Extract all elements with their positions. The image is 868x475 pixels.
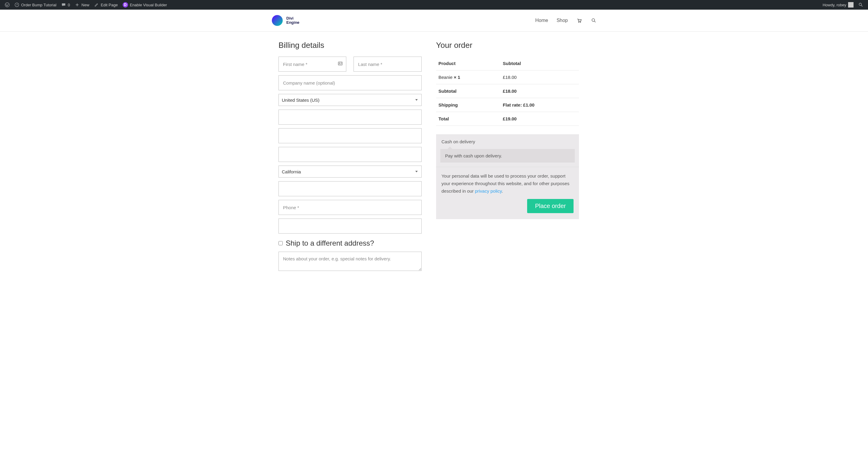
pencil-icon (94, 2, 99, 7)
site-name-menu[interactable]: Order Bump Tutorial (12, 0, 59, 10)
shipping-value: Flat rate: £1.00 (500, 98, 579, 112)
order-item-price: £18.00 (500, 70, 579, 84)
payment-method-description: Pay with cash upon delivery. (440, 149, 575, 163)
product-header: Product (436, 57, 501, 70)
company-name-field[interactable] (278, 75, 422, 90)
svg-point-8 (339, 63, 340, 64)
nav-home[interactable]: Home (535, 18, 548, 23)
subtotal-value: £18.00 (500, 84, 579, 98)
last-name-field[interactable] (353, 57, 421, 72)
order-title: Your order (436, 41, 579, 50)
svg-point-3 (859, 3, 861, 5)
cart-icon[interactable] (576, 18, 582, 24)
city-field[interactable] (278, 147, 422, 162)
total-value: £19.00 (500, 112, 579, 126)
order-review-table: Product Subtotal Beanie × 1 £18.00 Subto… (436, 57, 579, 126)
order-item-row: Beanie × 1 £18.00 (436, 70, 579, 84)
new-content-menu[interactable]: New (72, 0, 92, 10)
admin-bar-left: Order Bump Tutorial 0 New Edit Page D En… (2, 0, 169, 10)
street-address-2-field[interactable] (278, 128, 422, 143)
shipping-label: Shipping (436, 98, 501, 112)
new-label: New (82, 3, 89, 7)
postcode-field[interactable] (278, 181, 422, 196)
admin-bar-right: Howdy, robey (820, 0, 866, 10)
privacy-policy-text: Your personal data will be used to proce… (441, 172, 574, 195)
place-order-box: Your personal data will be used to proce… (436, 167, 579, 219)
svg-point-4 (578, 22, 579, 22)
ship-different-checkbox[interactable] (278, 241, 283, 245)
order-notes-field[interactable] (278, 252, 422, 271)
user-account-menu[interactable]: Howdy, robey (820, 0, 856, 10)
wordpress-icon (5, 2, 10, 7)
admin-search[interactable] (856, 0, 866, 10)
comments-menu[interactable]: 0 (59, 0, 72, 10)
comment-icon (61, 2, 66, 7)
billing-details-column: Billing details United States (US) (278, 41, 422, 276)
ship-different-row: Ship to a different address? (278, 239, 422, 247)
country-select[interactable]: United States (US) (278, 94, 422, 106)
email-field[interactable] (278, 218, 422, 234)
first-name-field[interactable] (278, 57, 346, 72)
billing-title: Billing details (278, 41, 422, 50)
wp-admin-bar: Order Bump Tutorial 0 New Edit Page D En… (0, 0, 868, 10)
logo-text: Divi Engine (286, 16, 299, 25)
divi-icon: D (123, 2, 128, 7)
checkout-page: Billing details United States (US) (271, 41, 597, 276)
state-selected-label: California (282, 169, 301, 174)
avatar (848, 2, 854, 7)
subtotal-row: Subtotal £18.00 (436, 84, 579, 98)
order-item-name: Beanie × 1 (436, 70, 501, 84)
phone-field[interactable] (278, 200, 422, 215)
payment-methods-box: Cash on delivery Pay with cash upon deli… (436, 134, 579, 167)
your-order-column: Your order Product Subtotal Beanie × 1 £… (436, 41, 579, 276)
country-selected-label: United States (US) (282, 98, 319, 103)
privacy-policy-link[interactable]: privacy policy (475, 189, 502, 194)
main-nav: Home Shop (535, 18, 597, 24)
payment-method-cod[interactable]: Cash on delivery (436, 134, 579, 145)
subtotal-label: Subtotal (436, 84, 501, 98)
site-title: Order Bump Tutorial (21, 3, 56, 7)
svg-point-2 (17, 4, 17, 5)
nav-shop[interactable]: Shop (557, 18, 568, 23)
logo-icon (271, 14, 283, 27)
svg-point-5 (580, 22, 581, 22)
search-icon[interactable] (591, 18, 597, 24)
shipping-row: Shipping Flat rate: £1.00 (436, 98, 579, 112)
wp-logo-menu[interactable] (2, 0, 12, 10)
place-order-button[interactable]: Place order (527, 199, 574, 213)
plus-icon (75, 2, 80, 7)
contact-icon (338, 61, 343, 67)
edit-page-menu[interactable]: Edit Page (92, 0, 120, 10)
howdy-text: Howdy, robey (823, 3, 846, 7)
ship-different-label[interactable]: Ship to a different address? (286, 239, 374, 247)
site-logo[interactable]: Divi Engine (271, 14, 299, 27)
site-header: Divi Engine Home Shop (0, 10, 868, 32)
state-select[interactable]: California (278, 166, 422, 178)
comments-count: 0 (68, 3, 70, 7)
svg-point-6 (592, 19, 595, 21)
search-icon (858, 2, 863, 7)
dashboard-icon (14, 2, 19, 7)
edit-page-label: Edit Page (101, 3, 118, 7)
total-label: Total (436, 112, 501, 126)
subtotal-header: Subtotal (500, 57, 579, 70)
visual-builder-label: Enable Visual Builder (130, 3, 167, 7)
divi-visual-builder[interactable]: D Enable Visual Builder (120, 0, 169, 10)
street-address-field[interactable] (278, 109, 422, 125)
total-row: Total £19.00 (436, 112, 579, 126)
